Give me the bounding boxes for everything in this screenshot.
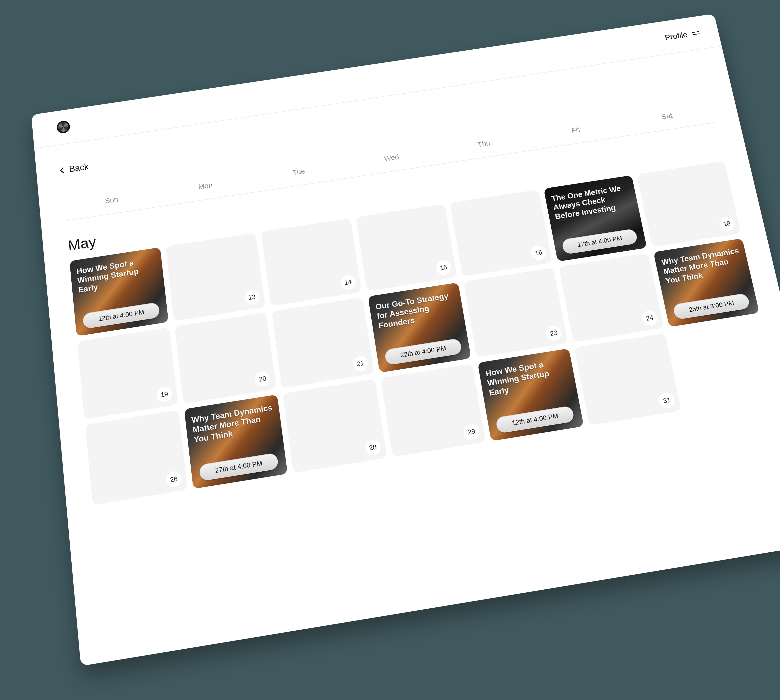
day-number: 28 xyxy=(364,438,382,456)
event-title: The One Metric We Always Check Before In… xyxy=(551,182,633,221)
day-number: 26 xyxy=(165,470,182,488)
event-time-pill: 17th at 4:00 PM xyxy=(561,228,638,255)
calendar-event-card[interactable]: Why Team Dynamics Matter More Than You T… xyxy=(653,238,759,327)
calendar-cell[interactable]: 29 xyxy=(380,364,486,457)
day-number: 19 xyxy=(156,386,173,403)
day-number: 16 xyxy=(530,245,547,261)
day-number: 20 xyxy=(254,370,271,387)
day-number: 18 xyxy=(718,215,736,232)
event-time-pill: 27th at 4:00 PM xyxy=(198,453,279,482)
back-label: Back xyxy=(68,162,89,174)
day-number: 29 xyxy=(462,423,480,440)
calendar-grid: How We Spot a Winning Startup Early12th … xyxy=(69,161,778,505)
weekday-label: Thu xyxy=(437,133,530,155)
calendar-cell[interactable]: 23 xyxy=(464,268,568,357)
weekday-label: Fri xyxy=(529,119,622,141)
event-title: Our Go-To Strategy for Assessing Founder… xyxy=(375,290,458,330)
calendar-event-card[interactable]: Why Team Dynamics Matter More Than You T… xyxy=(184,395,288,489)
logo-icon[interactable] xyxy=(56,120,70,134)
day-number: 13 xyxy=(243,288,260,305)
calendar-event-card[interactable]: Our Go-To Strategy for Assessing Founder… xyxy=(368,282,472,373)
calendar-event-card[interactable]: How We Spot a Winning Startup Early12th … xyxy=(69,247,168,336)
day-number: 21 xyxy=(352,355,369,372)
profile-button[interactable]: Profile xyxy=(664,28,700,42)
weekday-label: Tue xyxy=(252,161,346,183)
event-time-pill: 25th at 3:00 PM xyxy=(672,293,750,320)
day-number: 23 xyxy=(545,325,562,342)
calendar-cell[interactable]: 15 xyxy=(355,204,457,291)
calendar-cell[interactable]: 14 xyxy=(261,218,362,306)
calendar-cell[interactable]: 19 xyxy=(77,327,178,419)
calendar-cell[interactable]: 21 xyxy=(272,297,374,388)
event-title: How We Spot a Winning Startup Early xyxy=(485,356,570,398)
calendar-cell[interactable]: 18 xyxy=(637,161,741,247)
calendar-cell[interactable]: 16 xyxy=(450,189,552,276)
app-window: Profile Back SunMonTueWedThuFriSat May H… xyxy=(31,14,780,666)
calendar-cell[interactable]: 20 xyxy=(175,312,276,404)
weekday-label: Mon xyxy=(158,175,253,197)
weekday-label: Sun xyxy=(64,189,159,212)
weekday-label: Sat xyxy=(620,105,713,127)
profile-label: Profile xyxy=(664,30,688,42)
calendar-cell[interactable]: 28 xyxy=(282,379,387,473)
day-number: 14 xyxy=(340,274,357,291)
calendar-cell[interactable]: 24 xyxy=(559,253,664,342)
event-title: How We Spot a Winning Startup Early xyxy=(76,255,158,295)
menu-icon xyxy=(692,31,700,35)
calendar-cell[interactable]: 13 xyxy=(165,233,265,321)
day-number: 31 xyxy=(658,392,676,409)
calendar-cell[interactable]: 26 xyxy=(85,410,188,505)
event-time-pill: 22th at 4:00 PM xyxy=(384,338,462,366)
day-number: 15 xyxy=(435,259,452,276)
event-title: Why Team Dynamics Matter More Than You T… xyxy=(661,246,744,285)
day-number: 24 xyxy=(641,309,658,327)
weekday-label: Wed xyxy=(345,147,438,168)
event-time-pill: 12th at 4:00 PM xyxy=(495,405,575,434)
calendar-event-card[interactable]: How We Spot a Winning Startup Early12th … xyxy=(478,348,584,441)
calendar-event-card[interactable]: The One Metric We Always Check Before In… xyxy=(544,175,647,262)
calendar-cell[interactable]: 31 xyxy=(574,333,682,425)
event-time-pill: 12th at 4:00 PM xyxy=(82,302,160,329)
event-title: Why Team Dynamics Matter More Than You T… xyxy=(191,402,276,445)
chevron-left-icon xyxy=(60,167,66,173)
